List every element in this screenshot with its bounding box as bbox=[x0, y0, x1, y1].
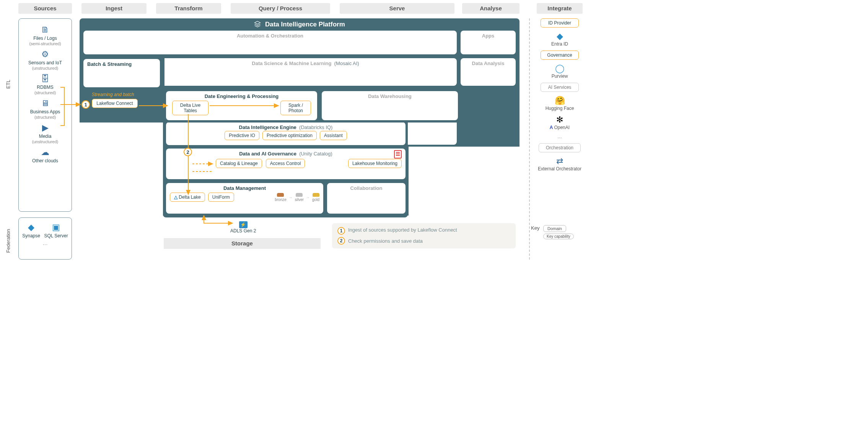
chip-catalog2: Catalog & Lineage bbox=[216, 159, 262, 168]
doc-icon2 bbox=[394, 150, 402, 158]
panel-batch2: Batch & Streaming bbox=[83, 59, 160, 87]
panel-die2-paren: (Databricks IQ) bbox=[299, 124, 332, 130]
storage-label: Storage bbox=[164, 238, 321, 249]
key-box: 1 Ingest of sources supported by Lakeflo… bbox=[332, 223, 516, 248]
src-media: ▶ Media (unstructured) bbox=[20, 123, 70, 144]
silver-icon bbox=[296, 193, 303, 197]
sources-box: 🗎 Files / Logs (semi-structured) ⚙ Senso… bbox=[18, 18, 72, 212]
chip-orchestration: Orchestration bbox=[539, 143, 581, 152]
int-openai: ✻ A OpenAI bbox=[537, 115, 583, 130]
col-ingest: Ingest bbox=[81, 3, 147, 14]
iot-icon: ⚙ bbox=[20, 49, 70, 59]
panel-analysis-title: Data Analysis bbox=[464, 60, 512, 66]
src-iot-label: Sensors and IoT bbox=[28, 60, 62, 65]
step-2-badge: 2 bbox=[184, 148, 192, 156]
arrow-icon: → bbox=[289, 195, 293, 199]
annotation-streaming2: Streaming and batch bbox=[92, 92, 134, 97]
panel-die2: Data Intelligence Engine (Databricks IQ)… bbox=[166, 122, 406, 145]
int-hf-label: Hugging Face bbox=[546, 106, 574, 111]
legend-domain: Domain bbox=[543, 225, 566, 232]
panel-collab2: Collaboration bbox=[327, 183, 406, 214]
platform-dep-bg: Date Engineering & Processing Delta Live… bbox=[163, 90, 320, 123]
panel-dep2: Date Engineering & Processing Delta Live… bbox=[166, 91, 317, 120]
synapse-icon: ◆ bbox=[22, 222, 40, 232]
int-hf: 🤗 Hugging Face bbox=[537, 96, 583, 111]
architecture-diagram: Sources Ingest Transform Query / Process… bbox=[3, 3, 585, 302]
integrate-col: ID Provider ◆ Entra ID Governance ◯ Purv… bbox=[537, 18, 583, 175]
src-apps: 🖥 Business Apps (structured) bbox=[20, 98, 70, 120]
fed-more: … bbox=[20, 240, 70, 246]
panel-die2-text: Data Intelligence Engine bbox=[239, 124, 296, 130]
sqlserver-icon: ▣ bbox=[44, 222, 68, 232]
src-files-label: Files / Logs bbox=[33, 36, 57, 41]
platform-die-bg: Data Intelligence Engine (Databricks IQ)… bbox=[163, 120, 408, 147]
chip-id-provider: ID Provider bbox=[541, 18, 579, 28]
int-entra: ◆ Entra ID bbox=[537, 31, 583, 47]
panel-batch2-title: Batch & Streaming bbox=[87, 61, 156, 67]
src-rdbms: 🗄 RDBMS (structured) bbox=[20, 74, 70, 95]
fed-sqlserver-label: SQL Server bbox=[44, 233, 68, 239]
step-1-badge: 1 bbox=[81, 100, 90, 109]
col-serve: Serve bbox=[340, 3, 454, 14]
src-rdbms-sub: (structured) bbox=[34, 90, 56, 95]
int-purview: ◯ Purview bbox=[537, 64, 583, 79]
col-integrate: Integrate bbox=[537, 3, 583, 14]
src-clouds: ☁ Other clouds bbox=[20, 147, 70, 163]
src-iot-sub: (unstructured) bbox=[32, 66, 58, 70]
chip-delta2: △ Delta Lake bbox=[170, 193, 205, 202]
platform-title: Data Intelligence Platform bbox=[80, 18, 519, 30]
chip-uniform2: UniForm bbox=[208, 193, 234, 202]
chip-delta2-label: Delta Lake bbox=[179, 194, 200, 200]
panel-dm2: Data Management △ Delta Lake UniForm bro… bbox=[166, 183, 323, 214]
src-rdbms-label: RDBMS bbox=[37, 85, 53, 90]
chip-popt2: Predictive optimization bbox=[262, 131, 317, 140]
int-more: … bbox=[537, 134, 583, 139]
key-2-text: Check permissions and save data bbox=[348, 238, 423, 244]
chip-spark2: Spark / Photon bbox=[280, 101, 311, 115]
chip-ai-services: AI Services bbox=[541, 83, 579, 92]
gold-icon bbox=[313, 193, 319, 197]
key-1-num: 1 bbox=[337, 227, 345, 235]
chip-monitor2: Lakehouse Monitoring bbox=[348, 159, 402, 168]
silver-label2: silver bbox=[295, 198, 304, 202]
apps-icon: 🖥 bbox=[20, 98, 70, 108]
entra-icon: ◆ bbox=[537, 31, 583, 41]
chip-pio2: Predictive IO bbox=[225, 131, 259, 140]
col-analyse: Analyse bbox=[462, 3, 519, 14]
panel-automation-title: Automation & Orchestration bbox=[87, 33, 453, 39]
src-apps-sub: (structured) bbox=[34, 115, 56, 119]
col-query: Query / Process bbox=[231, 3, 330, 14]
legend-key: Key bbox=[531, 225, 539, 231]
legend: Key Domain Key capability bbox=[531, 225, 585, 239]
arrow-icon: → bbox=[306, 195, 310, 199]
panel-automation: Automation & Orchestration bbox=[83, 31, 457, 54]
panel-dsml-paren: (Mosaic AI) bbox=[334, 60, 359, 66]
panel-gov2-title: Data and AI Governance (Unity Catalog) bbox=[170, 151, 402, 157]
panel-dsml: Data Science & Machine Learning (Mosaic … bbox=[154, 58, 457, 86]
panel-apps: Apps bbox=[461, 31, 516, 54]
panel-dm2-title: Data Management bbox=[170, 185, 319, 191]
panel-gov2: Data and AI Governance (Unity Catalog) C… bbox=[166, 149, 406, 179]
int-ext-orch: ⇄ External Orchestrator bbox=[537, 156, 583, 172]
int-entra-label: Entra ID bbox=[551, 41, 568, 47]
stack-icon bbox=[254, 21, 263, 28]
file-icon: 🗎 bbox=[20, 25, 70, 35]
adls-label: ADLS Gen 2 bbox=[230, 228, 256, 234]
vertical-divider bbox=[529, 18, 530, 260]
src-files-sub: (semi-structured) bbox=[29, 41, 61, 46]
platform-dwh-bg: Data Warehousing bbox=[319, 90, 461, 123]
federation-box: ◆ Synapse ▣ SQL Server … bbox=[18, 217, 72, 260]
panel-dep2-title: Date Engineering & Processing bbox=[170, 93, 313, 99]
media-icon: ▶ bbox=[20, 123, 70, 133]
panel-dsml-text: Data Science & Machine Learning bbox=[252, 60, 331, 66]
chip-access2: Access Control bbox=[266, 159, 305, 168]
src-iot: ⚙ Sensors and IoT (unstructured) bbox=[20, 49, 70, 71]
adls-icon: ⚡ bbox=[239, 221, 248, 228]
cloud-icon: ☁ bbox=[20, 147, 70, 157]
src-media-sub: (unstructured) bbox=[32, 139, 58, 144]
panel-dwh2: Data Warehousing bbox=[322, 91, 458, 120]
rail-federation: Federation bbox=[5, 229, 11, 253]
fed-synapse-label: Synapse bbox=[22, 233, 40, 239]
chip-dlt2: Delta Live Tables bbox=[172, 101, 208, 115]
platform-title-text: Data Intelligence Platform bbox=[265, 21, 345, 28]
